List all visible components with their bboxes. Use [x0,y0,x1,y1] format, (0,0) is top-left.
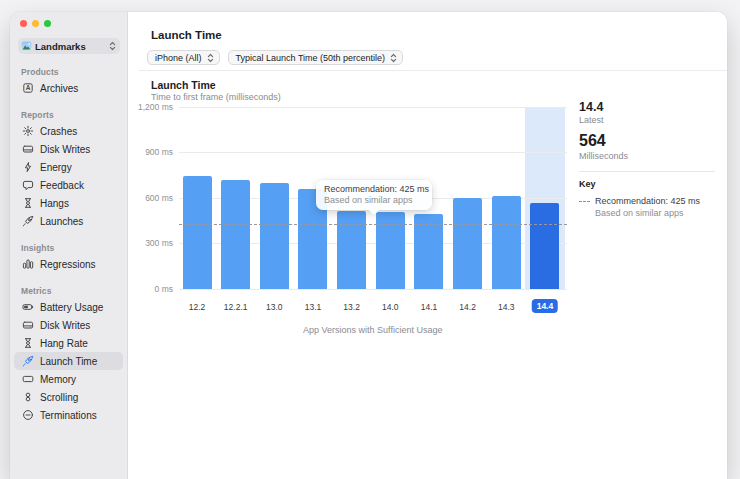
bar-14-2[interactable] [453,198,482,288]
memory-icon [21,373,34,386]
bar-12-2-1[interactable] [221,180,250,289]
sidebar-item-feedback[interactable]: Feedback [14,176,123,194]
x-axis-label-12-2-1[interactable]: 12.2.1 [224,302,248,312]
sidebar-item-label: Feedback [40,180,84,191]
disk-icon [21,319,34,332]
x-axis-label-14-2[interactable]: 14.2 [459,302,476,312]
y-axis-label-0ms: 0 ms [129,284,173,294]
rocket-icon [21,215,34,228]
recommendation-line [179,224,567,225]
bar-chart-icon [21,258,34,271]
sidebar-item-disk-writes[interactable]: Disk Writes [14,140,123,158]
dashed-line-swatch-icon [579,201,590,202]
window-controls [10,12,127,27]
sidebar-item-battery-usage[interactable]: Battery Usage [14,298,123,316]
y-axis-label-600ms: 600 ms [129,193,173,203]
sidebar-item-disk-writes[interactable]: Disk Writes [14,316,123,334]
sidebar-item-label: Terminations [40,410,97,421]
sidebar-item-hang-rate[interactable]: Hang Rate [14,334,123,352]
x-axis-label-14-3[interactable]: 14.3 [498,302,515,312]
bar-14-4[interactable] [530,203,559,289]
section-header-products: Products [21,67,127,77]
sidebar-item-label: Hangs [40,198,69,209]
zoom-button[interactable] [44,20,51,27]
y-axis-label-1200ms: 1,200 ms [129,102,173,112]
disk-icon [21,143,34,156]
sidebar-item-label: Scrolling [40,392,78,403]
sidebar-item-terminations[interactable]: Terminations [14,406,123,424]
bar-13-2[interactable] [337,211,366,289]
sidebar-item-label: Disk Writes [40,144,90,155]
scroll-dots-icon [21,391,34,404]
app-window: Landmarks ProductsAArchivesReportsCrashe… [10,12,727,479]
feedback-bubble-icon [21,179,34,192]
x-axis-label-14-0[interactable]: 14.0 [382,302,399,312]
section-header-metrics: Metrics [21,286,127,296]
recommendation-tooltip: Recommendation: 425 ms Based on similar … [316,180,432,210]
energy-bolt-icon [21,161,34,174]
sidebar-item-archives[interactable]: AArchives [14,79,123,97]
sidebar-item-label: Disk Writes [40,320,90,331]
x-axis-label-13-1[interactable]: 13.1 [305,302,322,312]
sidebar-item-launches[interactable]: Launches [14,212,123,230]
svg-text:A: A [25,84,30,91]
bar-12-2[interactable] [183,176,212,289]
y-axis-label-300ms: 300 ms [129,238,173,248]
hourglass-icon [21,337,34,350]
minimize-button[interactable] [32,20,39,27]
x-axis-title: App Versions with Sufficient Usage [303,325,442,335]
section-header-reports: Reports [21,110,127,120]
x-axis-label-13-0[interactable]: 13.0 [266,302,283,312]
rocket-icon [21,355,34,368]
key-recommendation-sublabel: Based on similar apps [595,208,715,218]
stats-divider [579,171,715,172]
sidebar-item-scrolling[interactable]: Scrolling [14,388,123,406]
main-content: Launch Time iPhone (All) Typical Launch … [129,12,727,479]
y-axis-label-900ms: 900 ms [129,147,173,157]
latest-ms-caption: Milliseconds [579,151,715,161]
key-header: Key [579,179,715,189]
battery-icon [21,301,34,314]
sidebar-item-label: Archives [40,83,78,94]
launch-time-bar-chart: 0 ms300 ms600 ms900 ms1,200 ms12.212.2.1… [129,12,727,479]
popup-chevrons-icon [108,41,117,51]
x-axis-label-12-2[interactable]: 12.2 [189,302,206,312]
sidebar-item-launch-time[interactable]: Launch Time [14,352,123,370]
sidebar-item-label: Regressions [40,259,96,270]
sidebar-item-regressions[interactable]: Regressions [14,255,123,273]
bar-14-3[interactable] [492,196,521,289]
archive-icon: A [21,82,34,95]
project-selector[interactable]: Landmarks [18,38,120,54]
sidebar-item-label: Memory [40,374,76,385]
sidebar-navigation: ProductsAArchivesReportsCrashesDisk Writ… [10,67,127,424]
landmarks-app-icon [21,41,32,52]
hourglass-icon [21,197,34,210]
bar-13-0[interactable] [260,183,289,289]
minus-circle-icon [21,409,34,422]
latest-version-value: 14.4 [579,100,715,114]
section-header-insights: Insights [21,243,127,253]
key-recommendation-row: Recommendation: 425 ms [579,196,715,206]
crash-burst-icon [21,125,34,138]
sidebar-item-label: Launches [40,216,83,227]
sidebar-item-label: Hang Rate [40,338,88,349]
gridline-0ms [179,289,567,290]
sidebar-item-label: Crashes [40,126,77,137]
x-axis-label-14-1[interactable]: 14.1 [421,302,438,312]
close-button[interactable] [20,20,27,27]
x-axis-label-13-2[interactable]: 13.2 [343,302,360,312]
sidebar: Landmarks ProductsAArchivesReportsCrashe… [10,12,128,479]
x-axis-label-14-4[interactable]: 14.4 [532,299,559,313]
stats-panel: 14.4 Latest 564 Milliseconds Key Recomme… [579,100,715,218]
key-recommendation-label: Recommendation: 425 ms [595,196,700,206]
project-name: Landmarks [35,41,108,52]
sidebar-item-hangs[interactable]: Hangs [14,194,123,212]
sidebar-item-label: Launch Time [40,356,97,367]
gridline-1200ms [179,107,567,108]
latest-ms-value: 564 [579,132,715,150]
sidebar-item-crashes[interactable]: Crashes [14,122,123,140]
gridline-900ms [179,152,567,153]
sidebar-item-energy[interactable]: Energy [14,158,123,176]
sidebar-item-memory[interactable]: Memory [14,370,123,388]
sidebar-item-label: Energy [40,162,72,173]
